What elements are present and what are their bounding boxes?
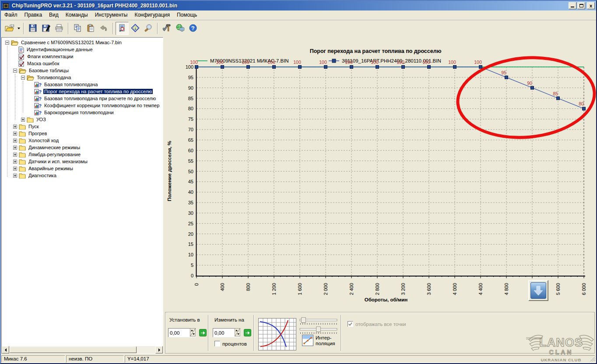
tree-item[interactable]: УОЗ (2, 116, 163, 123)
data-point-marker[interactable] (583, 107, 586, 110)
apply-change-button[interactable] (244, 329, 251, 336)
expand-plus-icon[interactable] (13, 146, 17, 150)
tree-item-label: Аварийные режимы (28, 166, 74, 171)
spinner-updown-icon[interactable] (235, 328, 240, 337)
info-button[interactable]: i (129, 22, 142, 35)
expand-plus-icon[interactable] (13, 139, 17, 143)
resize-grip[interactable] (590, 356, 596, 363)
tree-item[interactable]: Пуск (2, 123, 163, 130)
minimize-button[interactable] (569, 2, 576, 9)
apply-set-button[interactable] (199, 329, 207, 336)
maximize-button[interactable] (577, 2, 585, 9)
menu-5[interactable]: Инструменты (91, 11, 131, 19)
svg-text:?: ? (191, 25, 194, 31)
open-file-dropdown[interactable] (16, 22, 21, 35)
data-point-marker[interactable] (505, 76, 508, 79)
data-point-marker[interactable] (531, 86, 534, 89)
save-as-button[interactable] (39, 22, 53, 35)
data-point-marker[interactable] (350, 66, 353, 69)
open-file-button[interactable] (3, 22, 16, 35)
tree-item[interactable]: Холостой ход (2, 137, 163, 144)
change-by-input[interactable]: 0,00 (213, 328, 241, 337)
menu-1[interactable]: Файл (1, 11, 21, 19)
tree-item[interactable]: Лямбда-регулирование (2, 151, 163, 158)
tree-item[interactable]: Идентификационные данные (2, 46, 163, 53)
table-graph[interactable]: 0510152025303540455055606570758085909510… (165, 37, 596, 309)
zoom-button[interactable] (142, 22, 155, 35)
tree-item[interactable]: Динамические режимы (2, 144, 163, 151)
close-button[interactable]: x (587, 2, 595, 9)
point-value-label: 100 (293, 60, 301, 65)
data-point-marker[interactable] (195, 66, 198, 69)
toolbar-separator (68, 23, 69, 34)
menu-7[interactable]: Помощь (173, 11, 200, 19)
separator (341, 315, 341, 351)
compare-view-button[interactable] (116, 22, 129, 35)
zoom-sliders[interactable] (299, 317, 338, 336)
data-point-marker[interactable] (453, 66, 457, 69)
zoom-slider[interactable] (299, 326, 338, 336)
tree-item[interactable]: ?Коэффициент коррекции топливоподачи по … (2, 102, 163, 109)
checkbox-icon[interactable] (214, 341, 220, 346)
data-point-marker[interactable] (402, 66, 405, 69)
tree-item[interactable]: Датчики и исп. механизмы (2, 158, 163, 165)
network-button[interactable] (173, 22, 186, 35)
tree-item[interactable]: Маска ошибок (2, 60, 163, 67)
data-point-marker[interactable] (428, 66, 431, 69)
undo-button[interactable] (97, 22, 110, 35)
zoom-slider[interactable] (299, 317, 338, 326)
checkbox-checked-icon[interactable] (348, 321, 353, 327)
show-all-points-checkbox[interactable]: отображать все точки (348, 321, 406, 327)
collapse-minus-icon[interactable] (21, 76, 25, 80)
tree-item[interactable]: Сравнение с M76009NSS132021 Микас-7.bin (2, 39, 163, 46)
percent-checkbox[interactable]: процентов (214, 341, 247, 346)
data-point-marker[interactable] (247, 66, 250, 69)
tree-item[interactable]: ?Барокоррекция топливоподачи (2, 109, 163, 116)
scroll-right-button[interactable] (155, 346, 163, 354)
data-point-marker[interactable] (324, 66, 327, 69)
paste-button[interactable] (84, 22, 97, 35)
spinner-updown-icon[interactable] (190, 328, 196, 337)
collapse-minus-icon[interactable] (5, 41, 9, 45)
expand-plus-icon[interactable] (13, 167, 17, 171)
data-point-marker[interactable] (273, 66, 276, 69)
tools-button[interactable] (160, 22, 173, 35)
tree-item[interactable]: Диагностика (2, 172, 163, 179)
tree-item[interactable]: Прогрев (2, 130, 163, 137)
tree-horizontal-scrollbar[interactable] (2, 346, 163, 354)
scroll-left-button[interactable] (2, 346, 9, 354)
expand-plus-icon[interactable] (13, 125, 17, 129)
data-point-marker[interactable] (221, 66, 224, 69)
scrollbar-thumb[interactable] (10, 346, 137, 353)
save-button[interactable] (26, 22, 39, 35)
data-point-marker[interactable] (557, 97, 560, 100)
tree-item[interactable]: Топливоподача (2, 74, 163, 81)
set-to-input[interactable]: 0,00 (168, 328, 196, 337)
expand-plus-icon[interactable] (13, 153, 17, 157)
expand-plus-icon[interactable] (13, 174, 17, 178)
tree-item[interactable]: Флаги комплектации (2, 53, 163, 60)
menu-3[interactable]: Вид (46, 11, 62, 19)
expand-plus-icon[interactable] (21, 118, 25, 122)
collapse-minus-icon[interactable] (13, 69, 17, 73)
expand-plus-icon[interactable] (13, 132, 17, 136)
interpolation-button[interactable]: Интер- поляция (302, 335, 335, 347)
data-point-marker[interactable] (298, 66, 302, 69)
tree-item[interactable]: ?Порог перехода на расчет топлива по дро… (2, 88, 163, 95)
tree-item[interactable]: ?Базовая топливоподача (2, 81, 163, 88)
data-point-marker[interactable] (376, 66, 379, 69)
expand-plus-icon[interactable] (13, 160, 17, 164)
x-tick-label: 1 200 (271, 283, 277, 295)
tree-item[interactable]: ?Базовая топливоподача при расчете по др… (2, 95, 163, 102)
copy-button[interactable] (71, 22, 84, 35)
tree-item[interactable]: Аварийные режимы (2, 165, 163, 172)
data-point-marker[interactable] (479, 66, 482, 69)
menu-2[interactable]: Правка (21, 11, 46, 19)
menu-6[interactable]: Конфигурация (131, 11, 173, 19)
tree-item[interactable]: Базовые таблицы (2, 67, 163, 74)
menu-4[interactable]: Команды (62, 11, 91, 19)
print-button[interactable] (53, 22, 66, 35)
help-button[interactable]: ? (186, 22, 200, 35)
scroll-down-button[interactable] (528, 280, 548, 301)
x-tick-label: 1 600 (297, 283, 302, 295)
